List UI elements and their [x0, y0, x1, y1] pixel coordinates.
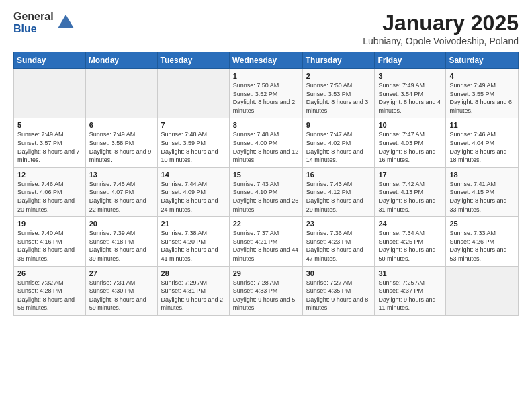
day-info: Sunrise: 7:46 AM Sunset: 4:06 PM Dayligh…: [17, 180, 82, 214]
day-number: 30: [306, 269, 371, 277]
day-number: 21: [161, 220, 226, 228]
day-number: 24: [378, 220, 442, 228]
day-number: 13: [89, 171, 154, 179]
day-info: Sunrise: 7:47 AM Sunset: 4:03 PM Dayligh…: [378, 130, 442, 164]
day-cell-26: 26Sunrise: 7:32 AM Sunset: 4:28 PM Dayli…: [14, 266, 86, 315]
day-number: 29: [233, 269, 299, 277]
calendar-table: SundayMondayTuesdayWednesdayThursdayFrid…: [13, 52, 519, 316]
day-info: Sunrise: 7:37 AM Sunset: 4:21 PM Dayligh…: [233, 229, 299, 263]
logo-general-text: General: [13, 11, 54, 23]
weekday-header-row: SundayMondayTuesdayWednesdayThursdayFrid…: [14, 52, 519, 69]
day-number: 27: [89, 269, 154, 277]
day-info: Sunrise: 7:29 AM Sunset: 4:31 PM Dayligh…: [161, 279, 226, 312]
day-cell-28: 28Sunrise: 7:29 AM Sunset: 4:31 PM Dayli…: [157, 266, 229, 315]
day-cell-4: 4Sunrise: 7:49 AM Sunset: 3:55 PM Daylig…: [446, 69, 519, 118]
day-cell-8: 8Sunrise: 7:48 AM Sunset: 4:00 PM Daylig…: [229, 118, 302, 167]
day-cell-21: 21Sunrise: 7:38 AM Sunset: 4:20 PM Dayli…: [157, 217, 229, 266]
day-info: Sunrise: 7:38 AM Sunset: 4:20 PM Dayligh…: [161, 229, 226, 263]
day-info: Sunrise: 7:40 AM Sunset: 4:16 PM Dayligh…: [17, 229, 82, 263]
day-number: 18: [449, 171, 515, 179]
day-number: 4: [449, 72, 515, 80]
day-info: Sunrise: 7:49 AM Sunset: 3:57 PM Dayligh…: [17, 130, 82, 164]
day-cell-3: 3Sunrise: 7:49 AM Sunset: 3:54 PM Daylig…: [375, 69, 446, 118]
day-cell-7: 7Sunrise: 7:48 AM Sunset: 3:59 PM Daylig…: [157, 118, 229, 167]
weekday-header-tuesday: Tuesday: [157, 52, 229, 69]
day-number: 31: [378, 269, 442, 277]
day-info: Sunrise: 7:43 AM Sunset: 4:12 PM Dayligh…: [306, 180, 371, 214]
month-title: January 2025: [363, 11, 519, 36]
day-info: Sunrise: 7:25 AM Sunset: 4:37 PM Dayligh…: [378, 279, 442, 312]
day-number: 7: [161, 121, 226, 129]
day-cell-9: 9Sunrise: 7:47 AM Sunset: 4:02 PM Daylig…: [302, 118, 375, 167]
day-info: Sunrise: 7:41 AM Sunset: 4:15 PM Dayligh…: [449, 180, 515, 214]
day-cell-17: 17Sunrise: 7:42 AM Sunset: 4:13 PM Dayli…: [375, 167, 446, 216]
day-cell-30: 30Sunrise: 7:27 AM Sunset: 4:35 PM Dayli…: [302, 266, 375, 315]
day-number: 11: [449, 121, 515, 129]
day-number: 9: [306, 121, 371, 129]
day-number: 28: [161, 269, 226, 277]
day-number: 2: [306, 72, 371, 80]
day-cell-14: 14Sunrise: 7:44 AM Sunset: 4:09 PM Dayli…: [157, 167, 229, 216]
day-cell-27: 27Sunrise: 7:31 AM Sunset: 4:30 PM Dayli…: [85, 266, 157, 315]
logo-blue-text: Blue: [13, 23, 54, 35]
day-number: 15: [233, 171, 299, 179]
weekday-header-thursday: Thursday: [302, 52, 375, 69]
day-cell-2: 2Sunrise: 7:50 AM Sunset: 3:53 PM Daylig…: [302, 69, 375, 118]
day-number: 14: [161, 171, 226, 179]
empty-cell: [157, 69, 229, 118]
page-header: General Blue January 2025 Lubniany, Opol…: [13, 11, 519, 46]
day-cell-12: 12Sunrise: 7:46 AM Sunset: 4:06 PM Dayli…: [14, 167, 86, 216]
empty-cell: [14, 69, 86, 118]
day-info: Sunrise: 7:32 AM Sunset: 4:28 PM Dayligh…: [17, 279, 82, 312]
weekday-header-sunday: Sunday: [14, 52, 86, 69]
day-info: Sunrise: 7:44 AM Sunset: 4:09 PM Dayligh…: [161, 180, 226, 214]
day-info: Sunrise: 7:48 AM Sunset: 4:00 PM Dayligh…: [233, 130, 299, 164]
week-row-1: 1Sunrise: 7:50 AM Sunset: 3:52 PM Daylig…: [14, 69, 519, 118]
day-number: 23: [306, 220, 371, 228]
week-row-5: 26Sunrise: 7:32 AM Sunset: 4:28 PM Dayli…: [14, 266, 519, 315]
location-title: Lubniany, Opole Voivodeship, Poland: [363, 36, 519, 46]
day-cell-11: 11Sunrise: 7:46 AM Sunset: 4:04 PM Dayli…: [446, 118, 519, 167]
day-cell-24: 24Sunrise: 7:34 AM Sunset: 4:25 PM Dayli…: [375, 217, 446, 266]
day-info: Sunrise: 7:50 AM Sunset: 3:52 PM Dayligh…: [233, 81, 299, 115]
day-info: Sunrise: 7:48 AM Sunset: 3:59 PM Dayligh…: [161, 130, 226, 164]
day-info: Sunrise: 7:47 AM Sunset: 4:02 PM Dayligh…: [306, 130, 371, 164]
day-number: 16: [306, 171, 371, 179]
day-cell-5: 5Sunrise: 7:49 AM Sunset: 3:57 PM Daylig…: [14, 118, 86, 167]
day-cell-13: 13Sunrise: 7:45 AM Sunset: 4:07 PM Dayli…: [85, 167, 157, 216]
weekday-header-wednesday: Wednesday: [229, 52, 302, 69]
logo-icon: [56, 13, 75, 32]
day-cell-6: 6Sunrise: 7:49 AM Sunset: 3:58 PM Daylig…: [85, 118, 157, 167]
day-number: 8: [233, 121, 299, 129]
day-cell-31: 31Sunrise: 7:25 AM Sunset: 4:37 PM Dayli…: [375, 266, 446, 315]
day-info: Sunrise: 7:46 AM Sunset: 4:04 PM Dayligh…: [449, 130, 515, 164]
day-cell-25: 25Sunrise: 7:33 AM Sunset: 4:26 PM Dayli…: [446, 217, 519, 266]
day-number: 6: [89, 121, 154, 129]
day-info: Sunrise: 7:43 AM Sunset: 4:10 PM Dayligh…: [233, 180, 299, 214]
day-number: 5: [17, 121, 82, 129]
day-info: Sunrise: 7:39 AM Sunset: 4:18 PM Dayligh…: [89, 229, 154, 263]
day-cell-23: 23Sunrise: 7:36 AM Sunset: 4:23 PM Dayli…: [302, 217, 375, 266]
day-info: Sunrise: 7:34 AM Sunset: 4:25 PM Dayligh…: [378, 229, 442, 263]
day-number: 10: [378, 121, 442, 129]
weekday-header-monday: Monday: [85, 52, 157, 69]
title-block: January 2025 Lubniany, Opole Voivodeship…: [363, 11, 519, 46]
svg-marker-0: [58, 15, 74, 28]
day-cell-22: 22Sunrise: 7:37 AM Sunset: 4:21 PM Dayli…: [229, 217, 302, 266]
day-number: 20: [89, 220, 154, 228]
day-cell-20: 20Sunrise: 7:39 AM Sunset: 4:18 PM Dayli…: [85, 217, 157, 266]
day-number: 26: [17, 269, 82, 277]
day-info: Sunrise: 7:31 AM Sunset: 4:30 PM Dayligh…: [89, 279, 154, 312]
empty-cell: [85, 69, 157, 118]
day-cell-29: 29Sunrise: 7:28 AM Sunset: 4:33 PM Dayli…: [229, 266, 302, 315]
empty-cell: [446, 266, 519, 315]
weekday-header-saturday: Saturday: [446, 52, 519, 69]
day-info: Sunrise: 7:36 AM Sunset: 4:23 PM Dayligh…: [306, 229, 371, 263]
day-info: Sunrise: 7:33 AM Sunset: 4:26 PM Dayligh…: [449, 229, 515, 263]
week-row-4: 19Sunrise: 7:40 AM Sunset: 4:16 PM Dayli…: [14, 217, 519, 266]
day-info: Sunrise: 7:27 AM Sunset: 4:35 PM Dayligh…: [306, 279, 371, 312]
week-row-3: 12Sunrise: 7:46 AM Sunset: 4:06 PM Dayli…: [14, 167, 519, 216]
day-info: Sunrise: 7:42 AM Sunset: 4:13 PM Dayligh…: [378, 180, 442, 214]
day-info: Sunrise: 7:45 AM Sunset: 4:07 PM Dayligh…: [89, 180, 154, 214]
day-number: 17: [378, 171, 442, 179]
